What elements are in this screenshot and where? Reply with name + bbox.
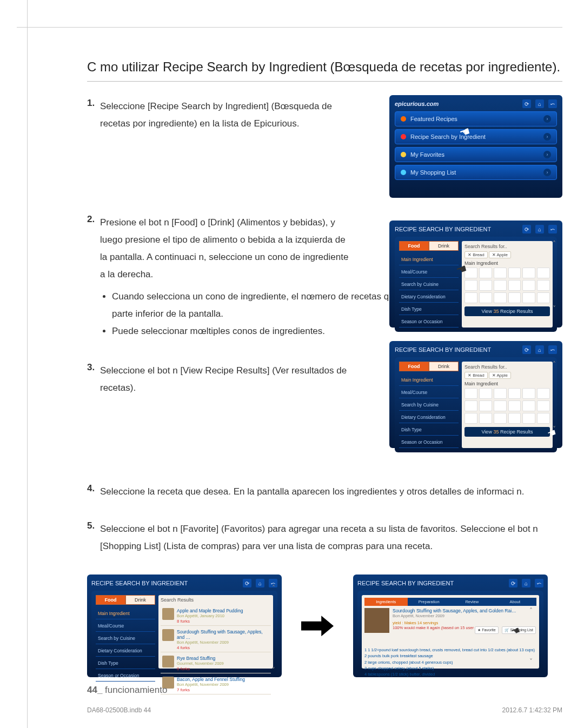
recipe-source: Bon Appétit, November 2009 [393, 613, 516, 618]
ingredient-tile[interactable] [479, 292, 492, 303]
side-search-by-cuisine[interactable]: Search by Cuisine [399, 279, 459, 290]
ingredient-tile[interactable] [464, 413, 477, 424]
ingredient-tile[interactable] [494, 280, 507, 291]
chevron-down-icon[interactable]: ˅ [272, 666, 275, 674]
ingredient-tile[interactable] [464, 280, 477, 291]
ingredient-tile[interactable] [464, 292, 477, 303]
ingredient-tile[interactable] [494, 413, 507, 424]
ingredient-tile[interactable] [522, 292, 535, 303]
home-icon[interactable]: ⌂ [535, 225, 544, 233]
side-season-occasion[interactable]: Season or Occasion [399, 316, 459, 328]
side-meal-course[interactable]: Meal/Course [399, 387, 459, 398]
side-dietary-consideration[interactable]: Dietary Consideration [96, 645, 155, 657]
ingredient-tile[interactable] [508, 292, 521, 303]
ingredient-tile[interactable] [479, 400, 492, 411]
side-search-by-cuisine[interactable]: Search by Cuisine [96, 633, 155, 644]
side-season-occasion[interactable]: Season or Occasion [399, 437, 459, 448]
chevron-up-icon[interactable]: ˄ [272, 584, 275, 592]
chevron-right-icon: › [543, 133, 551, 141]
back-icon[interactable]: ⤺ [548, 225, 557, 233]
side-dish-type[interactable]: Dish Type [96, 658, 155, 669]
back-icon[interactable]: ⤺ [535, 579, 543, 587]
ingredient-tile[interactable] [537, 413, 550, 424]
ingredient-tile[interactable] [537, 292, 550, 303]
panel-title: RECIPE SEARCH BY INGREDIENT [395, 346, 491, 353]
ingredient-tile[interactable] [494, 292, 507, 303]
tab-food[interactable]: Food [399, 362, 429, 371]
history-icon[interactable]: ⟳ [243, 579, 251, 587]
ingredient-tile[interactable] [508, 413, 521, 424]
ingredient-tile[interactable] [522, 268, 535, 278]
menu-recipe-search-by-ingredient[interactable]: Recipe Search by Ingredient› [395, 129, 557, 144]
side-dish-type[interactable]: Dish Type [399, 424, 459, 436]
tab-about[interactable]: About [494, 598, 537, 606]
tab-preparation[interactable]: Preparation [408, 598, 451, 606]
tab-drink[interactable]: Drink [125, 595, 155, 605]
chip-apple[interactable]: ✕ Apple [489, 372, 511, 379]
side-main-ingredient[interactable]: Main Ingredient [96, 608, 155, 619]
history-icon[interactable]: ⟳ [509, 579, 517, 587]
favorite-button[interactable]: ★ Favorite [475, 626, 498, 634]
ingredient-tile[interactable] [508, 268, 521, 278]
ingredient-tile[interactable] [508, 388, 521, 399]
chevron-down-icon[interactable]: ˅ [553, 305, 556, 312]
tab-food[interactable]: Food [96, 595, 125, 605]
chevron-up-icon[interactable]: ˄ [529, 607, 533, 615]
side-meal-course[interactable]: Meal/Course [96, 620, 155, 632]
tab-ingredients[interactable]: Ingredients [364, 598, 408, 606]
ingredient-tile[interactable] [537, 400, 550, 411]
side-dietary-consideration[interactable]: Dietary Consideration [399, 412, 459, 423]
history-icon[interactable]: ⟳ [522, 345, 531, 354]
side-meal-course[interactable]: Meal/Course [399, 266, 459, 278]
side-dish-type[interactable]: Dish Type [399, 304, 459, 315]
chevron-down-icon[interactable]: ˅ [529, 658, 533, 665]
tab-drink[interactable]: Drink [429, 362, 459, 371]
ingredient-tile[interactable] [537, 268, 550, 278]
history-icon[interactable]: ⟳ [522, 99, 531, 108]
side-main-ingredient[interactable]: Main Ingredient [399, 375, 459, 386]
ingredient-list: 1 1 1/2=pound loaf sourdough bread, crus… [364, 647, 536, 677]
chevron-up-icon[interactable]: ˄ [553, 360, 556, 368]
ingredient-tile[interactable] [537, 280, 550, 291]
chip-bread[interactable]: ✕ Bread [464, 372, 488, 379]
result-item[interactable]: Bacon, Apple and Fennel StuffingBon Appé… [161, 675, 271, 694]
ingredient-tile[interactable] [522, 388, 535, 399]
ingredient-tile[interactable] [508, 400, 521, 411]
home-icon[interactable]: ⌂ [535, 99, 544, 108]
menu-my-favorites[interactable]: My Favorites› [395, 147, 557, 162]
menu-my-shopping-list[interactable]: My Shopping List› [395, 165, 557, 180]
side-dietary-consideration[interactable]: Dietary Consideration [399, 291, 459, 303]
home-icon[interactable]: ⌂ [535, 345, 544, 354]
chevron-up-icon[interactable]: ˄ [553, 240, 556, 248]
result-item[interactable]: Sourdough Stuffing with Sausage, Apples,… [161, 627, 271, 652]
result-item[interactable]: Apple and Maple Bread PuddingBon Appétit… [161, 606, 271, 626]
ingredient-tile[interactable] [522, 280, 535, 291]
history-icon[interactable]: ⟳ [522, 225, 531, 233]
view-recipe-results-button[interactable]: View 35 Recipe Results [464, 427, 550, 437]
ingredient-tile[interactable] [464, 400, 477, 411]
back-icon[interactable]: ⤺ [548, 99, 557, 108]
ingredient-tile[interactable] [464, 388, 477, 399]
back-icon[interactable]: ⤺ [548, 345, 557, 354]
ingredient-tile[interactable] [479, 388, 492, 399]
ingredient-tile[interactable] [522, 400, 535, 411]
home-icon[interactable]: ⌂ [522, 579, 530, 587]
menu-featured-recipes[interactable]: Featured Recipes› [395, 111, 557, 126]
ingredient-tile[interactable] [479, 280, 492, 291]
home-icon[interactable]: ⌂ [256, 579, 264, 587]
tab-food[interactable]: Food [399, 241, 429, 251]
tab-drink[interactable]: Drink [429, 241, 459, 251]
ingredient-tile[interactable] [494, 268, 507, 278]
side-season-occasion[interactable]: Season or Occasion [96, 670, 155, 682]
side-search-by-cuisine[interactable]: Search by Cuisine [399, 399, 459, 411]
tab-review[interactable]: Review [450, 598, 494, 606]
ingredient-tile[interactable] [494, 400, 507, 411]
ingredient-tile[interactable] [522, 413, 535, 424]
result-item[interactable]: Rye Bread StuffingGourmet, November 2009… [161, 654, 271, 673]
ingredient-tile[interactable] [494, 388, 507, 399]
ingredient-tile[interactable] [508, 280, 521, 291]
side-main-ingredient[interactable]: Main Ingredient [399, 254, 459, 265]
ingredient-tile[interactable] [479, 413, 492, 424]
ingredient-tile[interactable] [537, 388, 550, 399]
view-recipe-results-button[interactable]: View 35 Recipe Results [464, 306, 550, 316]
